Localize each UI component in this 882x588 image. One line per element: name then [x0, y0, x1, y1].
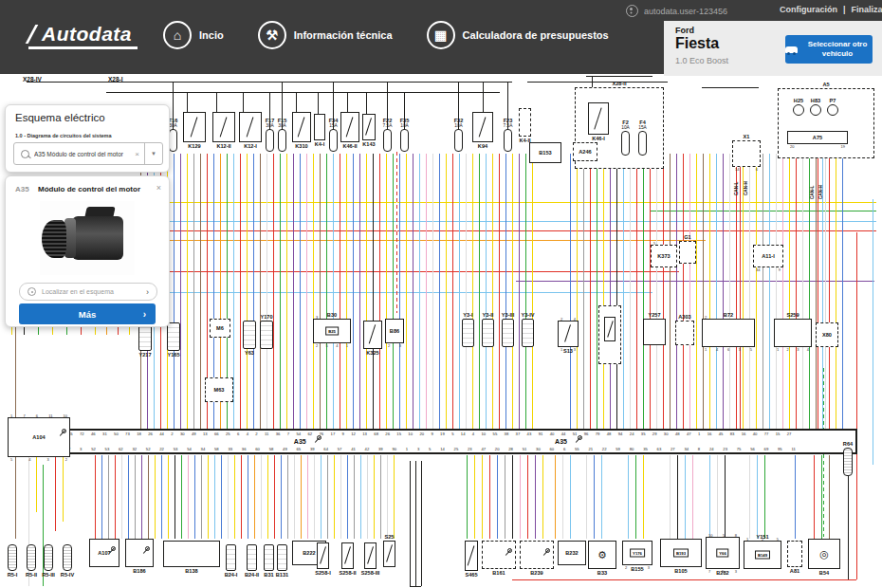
component-M63[interactable]: M63: [205, 377, 233, 402]
component-B282[interactable]: B282Y661058793: [706, 537, 740, 569]
logout-link[interactable]: Finalizar sesión: [852, 5, 882, 14]
component-B155[interactable]: B155Y17623: [622, 541, 652, 565]
component-Y170[interactable]: Y170: [260, 321, 273, 349]
clear-icon[interactable]: ×: [130, 150, 144, 158]
wire-rt: [241, 455, 242, 539]
component-F4[interactable]: F415A: [638, 131, 647, 156]
wire-sw: [187, 92, 188, 112]
component-K12-II[interactable]: K12-II: [212, 112, 235, 142]
component-A11-I[interactable]: A11-I349: [753, 245, 783, 267]
component-K310[interactable]: K310: [292, 112, 311, 142]
component-G1[interactable]: G1: [679, 241, 696, 264]
component-A246[interactable]: A246: [573, 142, 597, 161]
close-icon[interactable]: ×: [156, 183, 161, 193]
component-F34[interactable]: F3415A: [329, 129, 338, 152]
component-F15[interactable]: F1530A: [278, 129, 286, 152]
component-F32[interactable]: F3210A: [454, 129, 463, 152]
component-B86[interactable]: B8623: [385, 319, 404, 343]
wire-rt: [118, 327, 119, 335]
component-S259[interactable]: S2591234: [774, 319, 812, 347]
wire-ws: [121, 455, 122, 539]
component-Y165[interactable]: Y165: [167, 322, 180, 351]
component-F2[interactable]: F210A: [621, 131, 630, 156]
component-S258-III[interactable]: S258-III: [364, 542, 377, 569]
component-S465[interactable]: S465: [465, 541, 478, 571]
component-B153[interactable]: B153: [529, 142, 561, 163]
component-B33[interactable]: B33⚙: [588, 541, 616, 569]
bus-label-CAN-H: CAN-H: [744, 181, 748, 195]
select-other-vehicle-label: Seleccionar otro vehículo: [802, 40, 873, 58]
component-B131[interactable]: B131: [277, 544, 287, 571]
chevron-down-icon[interactable]: ▼: [144, 143, 162, 164]
component-Y3-II[interactable]: Y3-II: [482, 319, 494, 347]
component-K4-I[interactable]: K4-I: [314, 114, 325, 140]
component-K46-II[interactable]: K46-II: [340, 112, 359, 142]
component-K325[interactable]: K325: [363, 321, 382, 349]
component-A303[interactable]: A303: [675, 321, 694, 345]
component-X1[interactable]: X1146: [732, 140, 761, 167]
configuracion-link[interactable]: Configuración: [780, 5, 837, 14]
component-B105[interactable]: B105B193: [660, 539, 702, 567]
component-B161[interactable]: B161: [482, 541, 516, 569]
user-account[interactable]: autodata.user-123456: [626, 5, 727, 17]
component-Y63[interactable]: Y63: [243, 321, 256, 349]
component-A107[interactable]: A107: [89, 539, 119, 567]
component-R64[interactable]: R64: [843, 448, 853, 476]
component-S25[interactable]: S25: [383, 541, 395, 567]
component-S13[interactable]: S132413: [558, 321, 579, 347]
component-B54[interactable]: B54◎: [808, 539, 840, 569]
component-Y3-III[interactable]: Y3-III: [502, 319, 514, 347]
component-S258-II[interactable]: S258-II: [341, 542, 354, 569]
component-A75[interactable]: A752019: [787, 131, 848, 144]
wire-rt: [499, 154, 500, 429]
component-H83[interactable]: H83: [810, 104, 821, 116]
more-button[interactable]: Más ›: [19, 303, 156, 324]
component-M6[interactable]: M6: [210, 319, 230, 338]
ecu-a35-connector-strip[interactable]: 65 72 46 31 50 73 18 26 44 2 30 49 13 66…: [63, 429, 857, 454]
component-B232[interactable]: B232: [558, 541, 586, 565]
component-P7[interactable]: P7: [827, 104, 838, 116]
component-Y3-I[interactable]: Y3-I: [462, 319, 474, 347]
component-H25[interactable]: H25: [793, 104, 804, 116]
user-avatar-icon: [626, 5, 638, 17]
component-S39i[interactable]: [604, 317, 616, 341]
component-F35[interactable]: F3510A: [400, 129, 409, 152]
nav-item-calculadora-de-presupuestos[interactable]: ▦Calculadora de presupuestos: [427, 21, 609, 49]
component-K373[interactable]: K3735: [651, 245, 677, 267]
component-B138[interactable]: B138: [163, 541, 220, 567]
component-F23[interactable]: F237.5A: [504, 129, 512, 152]
component-K143[interactable]: K143: [362, 114, 376, 140]
component-A104[interactable]: A10417611105432: [8, 417, 70, 457]
component-B186[interactable]: B186: [125, 539, 154, 567]
component-F17[interactable]: F1730A: [266, 129, 274, 152]
component-F22[interactable]: F227.5A: [383, 129, 392, 152]
component-K129[interactable]: K129: [183, 112, 206, 142]
locate-in-schematic-button[interactable]: Localizar en el esquema ›: [19, 283, 157, 301]
component-F16[interactable]: F1630A: [169, 129, 177, 152]
component-search-select[interactable]: A35 Módulo de control del motor × ▼: [13, 142, 163, 165]
component-B24-I[interactable]: B24-I: [226, 544, 236, 571]
nav-item-informaci-n-t-cnica[interactable]: ⚒Información técnica: [258, 21, 393, 49]
component-K4-II[interactable]: K4-II: [519, 108, 531, 137]
component-B239[interactable]: B239: [520, 541, 554, 569]
select-other-vehicle-button[interactable]: Seleccionar otro vehículo: [785, 35, 873, 64]
component-R5-II[interactable]: R5-II: [27, 544, 36, 571]
component-R5-IV[interactable]: R5-IV: [63, 544, 72, 571]
component-A81[interactable]: A81: [787, 541, 802, 567]
component-B72[interactable]: B72214635: [702, 319, 755, 347]
component-K46-I[interactable]: K46-I: [588, 102, 609, 135]
component-S258-I[interactable]: S258-I: [317, 542, 329, 569]
component-K94[interactable]: K94: [472, 112, 493, 142]
component-R5-I[interactable]: R5-I: [8, 544, 17, 571]
component-B30[interactable]: B30B2532541: [313, 319, 351, 343]
component-K12-I[interactable]: K12-I: [239, 112, 262, 142]
component-R5-III[interactable]: R5-III: [44, 544, 53, 571]
component-Y151[interactable]: Y151B149125: [744, 541, 781, 569]
component-X80[interactable]: X80: [816, 322, 838, 347]
component-B24-II[interactable]: B24-II: [247, 544, 257, 571]
component-Y257[interactable]: Y257: [643, 319, 666, 345]
component-B31[interactable]: B31: [264, 544, 274, 571]
component-Y3-IV[interactable]: Y3-IV: [522, 319, 534, 347]
autodata-logo[interactable]: Autodata: [28, 23, 138, 49]
nav-item-incio[interactable]: ⌂Incio: [163, 21, 224, 49]
